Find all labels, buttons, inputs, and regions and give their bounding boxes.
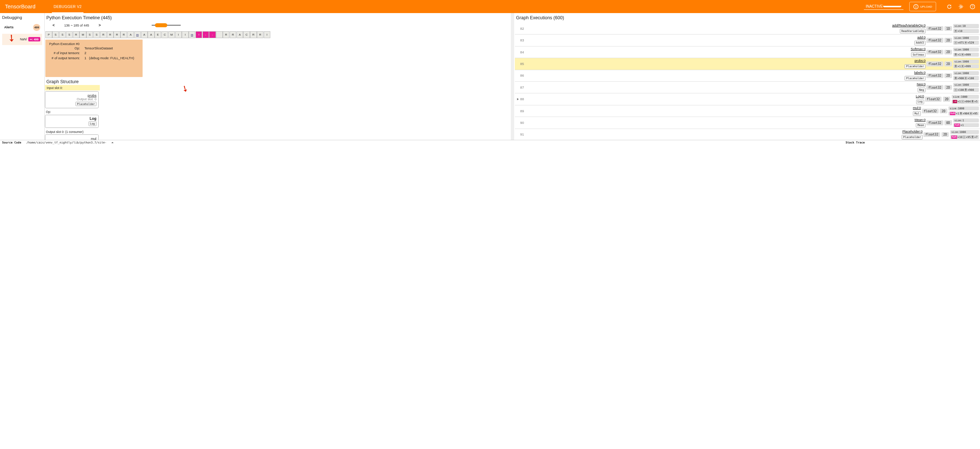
timeline-slider[interactable] xyxy=(152,25,181,26)
timeline-prev[interactable]: < xyxy=(51,23,56,27)
timeline-cell[interactable]: R xyxy=(100,31,107,38)
dtype-chip: float32 xyxy=(926,61,943,66)
op-name[interactable]: Placeholder:0 xyxy=(528,130,923,134)
expand-up-icon[interactable] xyxy=(111,142,114,143)
dtype-chip: float32 xyxy=(926,26,943,31)
timeline-cell[interactable]: P xyxy=(45,31,52,38)
input-probs-card[interactable]: probs Output slot: 0 Placeholder xyxy=(45,91,99,108)
timeline-next[interactable]: > xyxy=(97,23,102,27)
op-name[interactable]: probs:0 xyxy=(528,59,926,63)
exec-row[interactable]: 89mul:0Mulfloat322Dsize:1000NaN×10×904+×… xyxy=(515,105,980,117)
status-dropdown[interactable]: INACTIVE xyxy=(864,4,903,10)
source-path: /home/cais/venv_tf_nightly/lib/python3.7… xyxy=(27,141,107,144)
values-chip: 0×900+×100 xyxy=(953,76,979,80)
op-name[interactable]: add/ReadVariableOp:0 xyxy=(528,24,926,28)
dims-chip: 1D xyxy=(945,26,952,31)
timeline-cell[interactable]: - xyxy=(209,31,216,38)
timeline-cell[interactable]: C xyxy=(243,31,250,38)
timeline-cell[interactable]: A xyxy=(141,31,148,38)
upload-button[interactable]: UPLOAD xyxy=(909,2,937,11)
dims-chip: 2D xyxy=(945,61,952,66)
op-name[interactable]: Mean:0 xyxy=(528,118,926,122)
center-panel: Python Execution Timeline (445) < 136 ~ … xyxy=(45,13,511,140)
exec-row[interactable]: 82add/ReadVariableOp:0ReadVariableOpfloa… xyxy=(515,23,980,35)
op-type-tag: Softmax xyxy=(911,52,926,57)
timeline-cell[interactable]: A xyxy=(148,31,154,38)
values-chip: NaN×1 xyxy=(953,123,979,127)
dims-chip: 2D xyxy=(945,50,952,54)
values-chip: -×1000×900 xyxy=(953,88,979,92)
size-chip: size:1000 xyxy=(953,48,979,51)
timeline-cell[interactable]: I xyxy=(175,31,182,38)
op-type-tag: Neg xyxy=(918,88,926,92)
execution-details: Python Execution #0 Op:TensorSliceDatase… xyxy=(45,40,143,77)
timeline-cell[interactable]: S xyxy=(86,31,93,38)
op-log-card[interactable]: Log Log xyxy=(45,115,99,128)
timeline-cell[interactable]: E xyxy=(154,31,161,38)
dims-chip: 0D xyxy=(945,120,952,125)
op-type-tag: Placeholder xyxy=(902,135,923,139)
op-name[interactable]: mul:0 xyxy=(528,106,921,110)
dtype-chip: float32 xyxy=(926,38,943,43)
exec-row[interactable]: 84Softmax:0Softmaxfloat322Dsize:10000×1+… xyxy=(515,46,980,58)
timeline-cell[interactable]: R xyxy=(114,31,120,38)
timeline-cell[interactable]: M xyxy=(80,31,86,38)
dims-chip: 2D xyxy=(945,85,952,90)
exec-row[interactable]: 86labels:0Placeholderfloat322Dsize:10000… xyxy=(515,70,980,82)
timeline-cell[interactable]: S xyxy=(59,31,66,38)
op-type-tag: Mul xyxy=(913,111,921,116)
help-icon[interactable]: ? xyxy=(970,4,975,10)
timeline-cell[interactable]: I xyxy=(264,31,270,38)
exec-index: 85 xyxy=(515,62,528,66)
size-chip: size:1 xyxy=(953,118,979,122)
op-type-tag: Log xyxy=(916,99,924,104)
exec-row[interactable]: 83add:0AddV2float322Dsize:1000-×471+×529 xyxy=(515,35,980,46)
exec-row[interactable]: 91Placeholder:0Placeholderfloat322Dsize:… xyxy=(515,129,980,140)
timeline-cell[interactable]: I xyxy=(182,31,188,38)
scrollbar[interactable] xyxy=(511,13,514,140)
reload-icon[interactable] xyxy=(947,4,952,10)
op-type-tag: AddV2 xyxy=(914,41,926,45)
size-chip: size:1000 xyxy=(953,71,979,75)
timeline-cell[interactable]: R xyxy=(257,31,263,38)
timeline-cell[interactable]: R xyxy=(223,31,229,38)
tab-debugger[interactable]: DEBUGGER V2 xyxy=(52,0,83,13)
timeline-cell[interactable]: A xyxy=(237,31,243,38)
timeline-cell[interactable]: C xyxy=(161,31,168,38)
output-slot-label: Output slot 0: (1 consumer) xyxy=(46,130,511,134)
graph-exec-title: Graph Executions (600) xyxy=(516,15,980,20)
gear-icon[interactable] xyxy=(958,4,964,10)
timeline-cell[interactable]: R xyxy=(73,31,80,38)
timeline-cell[interactable]: A xyxy=(127,31,134,38)
timeline-cell[interactable]: S xyxy=(66,31,73,38)
dims-chip: 2D xyxy=(945,74,952,78)
values-chip: NaN×10-×950×7 xyxy=(950,135,979,139)
op-name[interactable]: add:0 xyxy=(528,35,926,40)
timeline-cell[interactable] xyxy=(216,31,223,38)
exec-row[interactable]: 88Log:0Logfloat322Dsize:1000-∞×1-×9940×5 xyxy=(515,93,980,105)
timeline-cell[interactable]: R xyxy=(121,31,127,38)
timeline-cell[interactable]: R xyxy=(107,31,114,38)
op-name[interactable]: Neg:0 xyxy=(528,83,926,87)
size-chip: size:1000 xyxy=(948,106,978,110)
dtype-chip: float32 xyxy=(925,97,942,101)
output-mul-card[interactable]: mul Input slot: 1 xyxy=(45,134,99,140)
op-name[interactable]: Softmax:0 xyxy=(528,47,926,51)
timeline-cell[interactable]: - xyxy=(202,31,209,38)
timeline-cell[interactable]: m xyxy=(189,31,195,38)
timeline-cell[interactable]: m xyxy=(134,31,141,38)
timeline-cell[interactable]: ! xyxy=(196,31,202,38)
exec-row[interactable]: 87Neg:0Negfloat322Dsize:1000-×1000×900 xyxy=(515,82,980,93)
timeline-cell[interactable]: R xyxy=(250,31,256,38)
values-chip: -∞×1-×9940×5 xyxy=(952,99,979,104)
timeline-cell[interactable]: S xyxy=(93,31,100,38)
op-name[interactable]: labels:0 xyxy=(528,71,926,75)
timeline-cell[interactable]: M xyxy=(169,31,175,38)
size-chip: size:1000 xyxy=(953,83,979,87)
timeline-cell[interactable]: S xyxy=(52,31,59,38)
op-name[interactable]: Log:0 xyxy=(528,94,924,99)
exec-row[interactable]: 90Mean:0Meanfloat320Dsize:1NaN×1 xyxy=(515,117,980,129)
timeline-cell[interactable]: R xyxy=(230,31,236,38)
exec-row[interactable]: 85probs:0Placeholderfloat322Dsize:10000×… xyxy=(515,58,980,70)
dims-chip: 2D xyxy=(945,38,952,43)
